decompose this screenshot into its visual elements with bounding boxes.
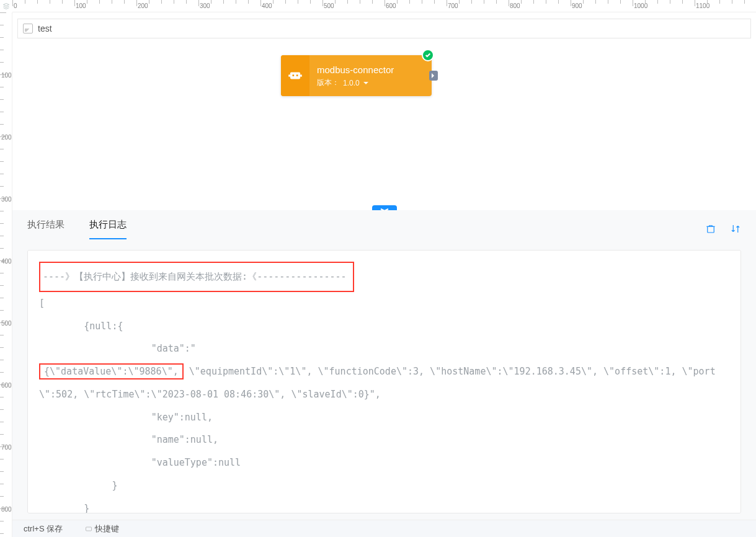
ruler-h-label: 400 [262,2,272,9]
log-line: [ [39,298,45,309]
tab-log[interactable]: 执行日志 [89,211,127,239]
clear-log-icon[interactable] [705,223,716,234]
log-viewport[interactable]: ----》【执行中心】接收到来自网关本批次数据:《---------------… [27,250,741,513]
bottom-panel: 执行结果 执行日志 ----》【执行中心】接收到来自网关本批次数据:《-----… [12,210,756,520]
status-bar: ctrl+S 保存 快捷键 [12,520,756,537]
ruler-h-label: 200 [138,2,148,9]
ruler-h-label: 500 [324,2,334,9]
canvas[interactable]: test modbus-connector 版本： 1.0.0 [12,12,756,210]
ruler-v-label: 200 [1,134,12,141]
image-icon [23,24,33,33]
robot-icon [281,55,309,96]
node-name: modbus-connector [317,64,424,75]
canvas-title: test [38,24,52,33]
footer-save-hint: ctrl+S 保存 [12,523,74,535]
log-header-highlight: ----》【执行中心】接收到来自网关本批次数据:《---------------… [39,262,354,292]
log-line: } [39,480,117,491]
canvas-title-bar: test [17,19,751,38]
log-line: "data":" [39,343,196,354]
ruler-horizontal: 0100200300400500600700800900100011001200 [12,0,756,12]
ruler-vertical: 100200300400500600700800 [0,12,12,537]
ruler-origin [0,0,12,12]
ruler-h-label: 600 [386,2,396,9]
ruler-v-label: 600 [1,382,12,389]
svg-rect-6 [86,527,92,531]
footer-shortcut-hint[interactable]: 快捷键 [74,523,130,535]
log-line: "name":null, [39,434,218,445]
log-content: ----》【执行中心】接收到来自网关本批次数据:《---------------… [39,262,729,513]
svg-rect-2 [296,74,298,76]
log-line: } [39,503,89,514]
keyboard-icon [85,525,92,533]
node-version-label: 版本： [317,78,339,88]
log-line: "valueType":null [39,457,241,468]
node-version-row[interactable]: 版本： 1.0.0 [317,78,424,88]
svg-rect-1 [293,74,295,76]
ruler-h-label: 100 [76,2,86,9]
ruler-v-label: 500 [1,320,12,327]
panel-tabs: 执行结果 执行日志 [12,210,756,240]
ruler-v-label: 800 [1,506,12,513]
ruler-v-label: 700 [1,444,12,451]
ruler-h-label: 800 [510,2,520,9]
chevron-down-icon [363,82,368,87]
ruler-v-label: 400 [1,258,12,265]
ruler-h-label: 0 [14,2,17,9]
svg-rect-0 [290,73,300,79]
ruler-v-label: 300 [1,196,12,203]
svg-rect-4 [300,74,302,77]
log-line: {null:{ [39,321,123,332]
node-version-value: 1.0.0 [343,79,360,87]
svg-rect-5 [708,226,714,233]
svg-rect-3 [288,74,290,77]
sort-icon[interactable] [730,223,741,234]
node-modbus-connector[interactable]: modbus-connector 版本： 1.0.0 [281,55,432,96]
ruler-v-label: 100 [1,72,12,79]
status-ok-badge [422,49,434,61]
log-line: "key":null, [39,412,213,423]
ruler-h-label: 900 [572,2,582,9]
tab-result[interactable]: 执行结果 [27,211,64,239]
node-output-port[interactable] [429,71,438,81]
log-data-highlight: {\"dataValue\":\"9886\", [39,363,184,379]
ruler-h-label: 700 [448,2,458,9]
ruler-h-label: 300 [200,2,210,9]
